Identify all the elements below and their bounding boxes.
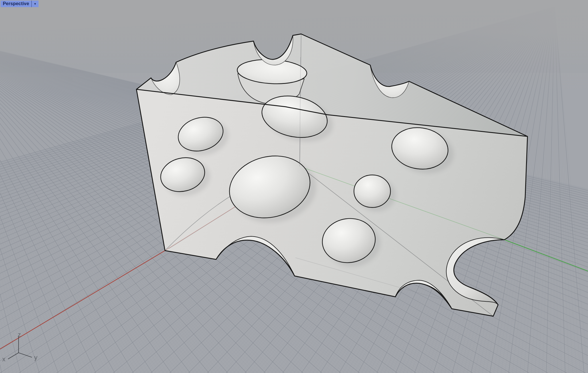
viewport-title-bar[interactable]: Perspective ▼	[1, 1, 39, 7]
chevron-down-icon: ▼	[34, 2, 37, 5]
perspective-viewport[interactable]: z x y Perspective ▼	[0, 0, 588, 373]
viewport-menu-button[interactable]: ▼	[32, 1, 39, 7]
gizmo-z-label: z	[18, 331, 21, 338]
gizmo-x-label: x	[2, 356, 5, 363]
gizmo-y-label: y	[34, 354, 37, 361]
bump-right-mid	[354, 175, 390, 207]
viewport-title[interactable]: Perspective	[1, 1, 32, 7]
viewport-canvas[interactable]: z x y	[0, 0, 588, 373]
